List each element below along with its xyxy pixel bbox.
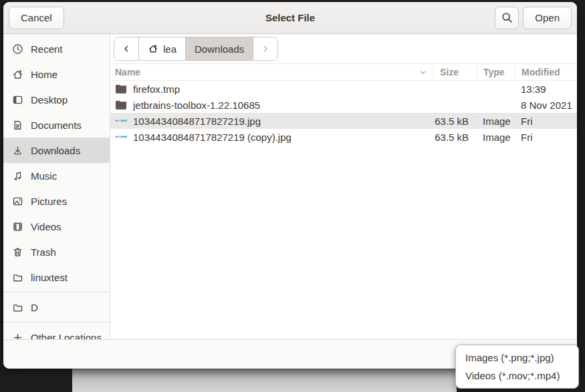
pathbar-forward-button[interactable] <box>253 37 277 60</box>
chevron-right-icon <box>261 44 270 53</box>
pathbar: lea Downloads <box>114 37 278 61</box>
file-row-10344340848717827219-jpg[interactable]: 10344340848717827219.jpg 63.5 kB Image F… <box>110 113 577 129</box>
recent-icon <box>12 43 23 55</box>
chevron-left-icon <box>122 44 131 53</box>
sidebar-item-label: Downloads <box>31 145 80 156</box>
main-pane: lea Downloads Name <box>110 34 577 339</box>
file-modified: Fri <box>515 132 577 143</box>
sidebar-item-label: Videos <box>31 221 62 232</box>
sidebar-item-desktop[interactable]: Desktop <box>3 87 110 112</box>
plus-icon <box>12 332 23 340</box>
places-sidebar: Recent Home Desktop Documents Downloads … <box>3 34 110 339</box>
file-modified: 8 Nov 2021 <box>515 100 577 111</box>
pathbar-back-button[interactable] <box>114 37 139 60</box>
file-row-jetbrains-toolbox-1-22-10685[interactable]: jetbrains-toolbox-1.22.10685 8 Nov 2021 <box>110 97 577 113</box>
column-header-modified[interactable]: Modified <box>515 64 577 80</box>
file-list-header: Name Size Type Modified <box>110 63 577 81</box>
pathbar-current-segment[interactable]: Downloads <box>186 37 253 60</box>
sidebar-separator <box>3 292 110 292</box>
filter-option-images-png-jpg[interactable]: Images (*.png;*.jpg) <box>456 349 578 367</box>
sidebar-item-music[interactable]: Music <box>3 163 110 188</box>
sidebar-item-label: Music <box>31 170 57 182</box>
sidebar-item-pictures[interactable]: Pictures <box>3 188 110 214</box>
downloads-icon <box>12 145 23 156</box>
sidebar-item-linuxtest[interactable]: linuxtest <box>3 264 110 290</box>
folder-fill-icon <box>115 100 127 110</box>
open-button[interactable]: Open <box>523 7 572 29</box>
sidebar-item-home[interactable]: Home <box>3 61 110 87</box>
image-thumbnail-icon <box>115 116 127 126</box>
pathbar-home-segment[interactable]: lea <box>139 37 186 60</box>
file-type: Image <box>477 116 515 127</box>
sidebar-item-label: Other Locations <box>31 332 102 340</box>
column-header-size[interactable]: Size <box>433 64 477 80</box>
underlying-window-area <box>72 369 457 392</box>
sidebar-item-label: Trash <box>31 246 56 258</box>
filter-option-videos-mov-mp4[interactable]: Videos (*.mov;*.mp4) <box>456 367 578 385</box>
pathbar-row: lea Downloads <box>110 34 577 63</box>
sidebar-item-recent[interactable]: Recent <box>3 36 110 61</box>
pictures-icon <box>12 196 23 207</box>
folder-icon <box>12 272 23 283</box>
sidebar-item-trash[interactable]: Trash <box>3 239 110 264</box>
folder-fill-icon <box>115 83 127 94</box>
column-header-type[interactable]: Type <box>477 64 515 80</box>
file-modified: 13:39 <box>515 83 577 95</box>
sidebar-item-label: Pictures <box>31 196 67 207</box>
sidebar-separator <box>3 322 110 323</box>
file-name: firefox.tmp <box>133 83 180 95</box>
search-button[interactable] <box>495 7 519 29</box>
file-modified: Fri <box>515 116 577 127</box>
sidebar-item-label: D <box>31 302 38 313</box>
music-icon <box>12 170 23 182</box>
desktop-icon <box>12 94 23 106</box>
trash-icon <box>12 246 23 258</box>
sort-chevron-down-icon <box>419 68 427 77</box>
folder-icon <box>12 302 23 313</box>
file-name: 10344340848717827219 (copy).jpg <box>133 132 291 143</box>
documents-icon <box>12 120 23 131</box>
pathbar-home-label: lea <box>163 43 177 55</box>
sidebar-item-d[interactable]: D <box>3 295 110 320</box>
file-name: 10344340848717827219.jpg <box>133 116 261 127</box>
sidebar-item-downloads[interactable]: Downloads <box>3 138 110 163</box>
sidebar-item-label: Home <box>31 69 57 80</box>
cancel-button[interactable]: Cancel <box>9 7 64 29</box>
file-rows: firefox.tmp 13:39 jetbrains-toolbox-1.22… <box>110 81 577 339</box>
image-thumbnail-icon <box>115 132 127 142</box>
file-row-10344340848717827219-copy-jpg[interactable]: 10344340848717827219 (copy).jpg 63.5 kB … <box>110 129 577 145</box>
sidebar-item-other-locations[interactable]: Other Locations <box>3 325 110 339</box>
file-type: Image <box>477 132 515 143</box>
file-size: 63.5 kB <box>433 116 477 127</box>
file-chooser-dialog: Select File Cancel Open Recent Home <box>3 2 577 369</box>
headerbar: Select File Cancel Open <box>3 2 577 34</box>
home-icon <box>12 69 23 80</box>
dialog-body: Recent Home Desktop Documents Downloads … <box>3 34 577 339</box>
dialog-title: Select File <box>3 12 577 23</box>
search-icon <box>501 12 513 23</box>
file-list: Name Size Type Modified firefox <box>110 63 577 339</box>
column-header-name[interactable]: Name <box>110 64 433 80</box>
sidebar-item-documents[interactable]: Documents <box>3 112 110 138</box>
sidebar-item-label: Documents <box>31 120 82 131</box>
sidebar-item-label: linuxtest <box>31 272 68 283</box>
sidebar-item-label: Desktop <box>31 94 68 106</box>
file-filter-dropdown: Images (*.png;*.jpg)Videos (*.mov;*.mp4) <box>455 345 579 389</box>
sidebar-item-label: Recent <box>31 43 63 55</box>
home-icon <box>148 43 158 54</box>
videos-icon <box>12 221 23 232</box>
file-name: jetbrains-toolbox-1.22.10685 <box>133 100 260 111</box>
sidebar-item-videos[interactable]: Videos <box>3 214 110 239</box>
file-row-firefox-tmp[interactable]: firefox.tmp 13:39 <box>110 81 577 97</box>
file-size: 63.5 kB <box>433 132 477 143</box>
